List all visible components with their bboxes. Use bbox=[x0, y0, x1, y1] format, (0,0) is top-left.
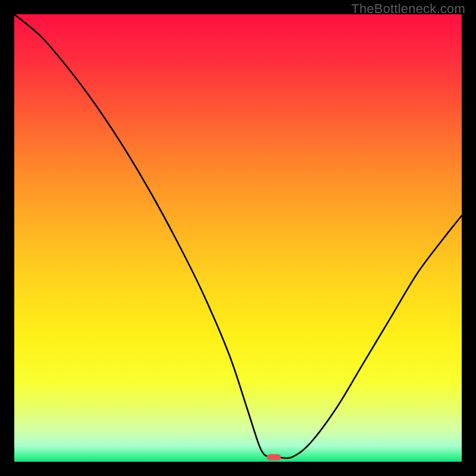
watermark-text: TheBottleneck.com bbox=[351, 1, 465, 17]
chart-svg bbox=[14, 14, 462, 462]
plot-area bbox=[14, 14, 462, 462]
chart-frame: TheBottleneck.com bbox=[0, 0, 476, 476]
gradient-background bbox=[14, 14, 462, 462]
optimum-marker bbox=[267, 454, 281, 461]
